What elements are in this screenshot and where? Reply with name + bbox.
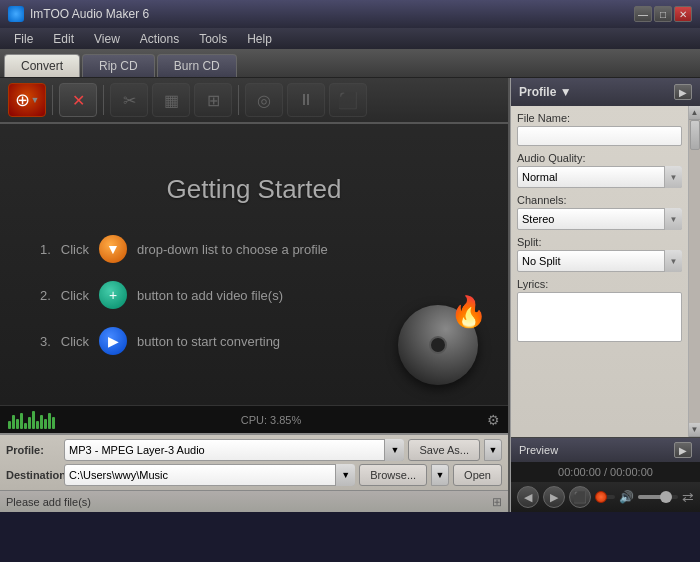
menu-view[interactable]: View bbox=[84, 30, 130, 48]
split-label: Split: bbox=[517, 236, 682, 248]
tab-burn-cd[interactable]: Burn CD bbox=[157, 54, 237, 77]
video-button[interactable]: ▦ bbox=[152, 83, 190, 117]
step-2-click: Click bbox=[61, 288, 89, 303]
step-2-action: button to add video file(s) bbox=[137, 288, 283, 303]
play-button[interactable]: ▶ bbox=[543, 486, 565, 508]
pause-button[interactable]: ⏸ bbox=[287, 83, 325, 117]
file-name-field: File Name: bbox=[517, 112, 682, 146]
scroll-track[interactable] bbox=[689, 120, 700, 423]
file-name-input[interactable] bbox=[517, 126, 682, 146]
rewind-icon: ◀ bbox=[524, 491, 532, 504]
profile-expand-button[interactable]: ▶ bbox=[674, 84, 692, 100]
preview-header: Preview ▶ bbox=[511, 438, 700, 462]
profile-scrollbar: ▲ ▼ bbox=[688, 106, 700, 437]
title-bar: ImTOO Audio Maker 6 — □ ✕ bbox=[0, 0, 700, 28]
menu-tools[interactable]: Tools bbox=[189, 30, 237, 48]
menu-bar: File Edit View Actions Tools Help bbox=[0, 28, 700, 50]
preview-expand-button[interactable]: ▶ bbox=[674, 442, 692, 458]
scroll-up-button[interactable]: ▲ bbox=[689, 106, 701, 120]
preview-progress-bar[interactable] bbox=[595, 495, 615, 499]
channels-field: Channels: StereoMonoJoint Stereo ▼ bbox=[517, 194, 682, 230]
preview-title: Preview bbox=[519, 444, 558, 456]
add-icon: ⊕ bbox=[15, 89, 30, 111]
steps-list: 1. Click ▼ drop-down list to choose a pr… bbox=[0, 235, 328, 355]
maximize-button[interactable]: □ bbox=[654, 6, 672, 22]
app-title: ImTOO Audio Maker 6 bbox=[30, 7, 149, 21]
menu-help[interactable]: Help bbox=[237, 30, 282, 48]
step-1-action: drop-down list to choose a profile bbox=[137, 242, 328, 257]
settings-icon[interactable]: ⚙ bbox=[487, 412, 500, 428]
delete-button[interactable]: ✕ bbox=[59, 83, 97, 117]
convert-button[interactable]: ◎ bbox=[245, 83, 283, 117]
menu-actions[interactable]: Actions bbox=[130, 30, 189, 48]
step-2-num: 2. bbox=[40, 288, 51, 303]
rewind-button[interactable]: ◀ bbox=[517, 486, 539, 508]
preview-controls: ◀ ▶ ⬛ 🔊 ⇄ bbox=[511, 482, 700, 512]
profile-panel: Profile ▼ ▶ File Name: Audio Quality: No… bbox=[510, 78, 700, 512]
split-select[interactable]: No SplitBy SizeBy Time bbox=[517, 250, 682, 272]
profile-row: Profile: MP3 - MPEG Layer-3 Audio ▼ Save… bbox=[6, 439, 502, 461]
profile-label: Profile: bbox=[6, 444, 60, 456]
add-files-button[interactable]: ⊕ ▼ bbox=[8, 83, 46, 117]
wave-bar: CPU: 3.85% ⚙ bbox=[0, 405, 508, 433]
separator-3 bbox=[238, 85, 239, 115]
grid-button[interactable]: ⊞ bbox=[194, 83, 232, 117]
volume-icon: 🔊 bbox=[619, 490, 634, 504]
stop-preview-icon: ⬛ bbox=[573, 491, 587, 504]
pause-icon: ⏸ bbox=[298, 91, 314, 109]
scroll-thumb[interactable] bbox=[690, 120, 700, 150]
separator-1 bbox=[52, 85, 53, 115]
browse-arrow[interactable]: ▼ bbox=[431, 464, 449, 486]
preview-time: 00:00:00 / 00:00:00 bbox=[511, 462, 700, 482]
scroll-down-button[interactable]: ▼ bbox=[689, 423, 701, 437]
wave-visualization bbox=[8, 411, 55, 429]
convert-panel: ⊕ ▼ ✕ ✂ ▦ ⊞ ◎ ⏸ ⬛ bbox=[0, 78, 510, 512]
tab-convert[interactable]: Convert bbox=[4, 54, 80, 77]
lyrics-label: Lyrics: bbox=[517, 278, 682, 290]
stop-preview-button[interactable]: ⬛ bbox=[569, 486, 591, 508]
step-3: 3. Click ▶ button to start converting bbox=[40, 327, 328, 355]
close-button[interactable]: ✕ bbox=[674, 6, 692, 22]
audio-quality-field: Audio Quality: NormalHighLowCustom ▼ bbox=[517, 152, 682, 188]
profile-header: Profile ▼ ▶ bbox=[511, 78, 700, 106]
menu-edit[interactable]: Edit bbox=[43, 30, 84, 48]
volume-thumb[interactable] bbox=[660, 491, 672, 503]
delete-icon: ✕ bbox=[72, 91, 85, 110]
tab-rip-cd[interactable]: Rip CD bbox=[82, 54, 155, 77]
save-as-arrow[interactable]: ▼ bbox=[484, 439, 502, 461]
step-3-action: button to start converting bbox=[137, 334, 280, 349]
volume-slider[interactable] bbox=[638, 495, 678, 499]
grid-icon: ⊞ bbox=[207, 91, 220, 110]
status-text: Please add file(s) bbox=[6, 496, 91, 508]
convert-icon: ◎ bbox=[257, 91, 271, 110]
save-as-button[interactable]: Save As... bbox=[408, 439, 480, 461]
audio-quality-select[interactable]: NormalHighLowCustom bbox=[517, 166, 682, 188]
preview-panel: Preview ▶ 00:00:00 / 00:00:00 ◀ ▶ ⬛ bbox=[511, 437, 700, 512]
destination-label: Destination: bbox=[6, 469, 60, 481]
step-3-num: 3. bbox=[40, 334, 51, 349]
channels-select[interactable]: StereoMonoJoint Stereo bbox=[517, 208, 682, 230]
lyrics-textarea[interactable] bbox=[517, 292, 682, 342]
lyrics-field: Lyrics: bbox=[517, 278, 682, 345]
profile-select[interactable]: MP3 - MPEG Layer-3 Audio bbox=[64, 439, 404, 461]
menu-file[interactable]: File bbox=[4, 30, 43, 48]
dropdown-icon: ▼ bbox=[31, 95, 40, 105]
cut-icon: ✂ bbox=[123, 91, 136, 110]
destination-select[interactable]: C:\Users\wwy\Music bbox=[64, 464, 355, 486]
toolbar: ⊕ ▼ ✕ ✂ ▦ ⊞ ◎ ⏸ ⬛ bbox=[0, 78, 508, 124]
cut-button[interactable]: ✂ bbox=[110, 83, 148, 117]
open-button[interactable]: Open bbox=[453, 464, 502, 486]
getting-started-area: Getting Started 1. Click ▼ drop-down lis… bbox=[0, 124, 508, 405]
browse-button[interactable]: Browse... bbox=[359, 464, 427, 486]
separator-2 bbox=[103, 85, 104, 115]
preview-more-icon[interactable]: ⇄ bbox=[682, 489, 694, 505]
step-1-icon: ▼ bbox=[99, 235, 127, 263]
profile-fields: File Name: Audio Quality: NormalHighLowC… bbox=[511, 106, 688, 437]
minimize-button[interactable]: — bbox=[634, 6, 652, 22]
status-settings-icon[interactable]: ⊞ bbox=[492, 495, 502, 509]
cpu-label: CPU: 3.85% bbox=[241, 414, 302, 426]
progress-thumb[interactable] bbox=[595, 491, 607, 503]
profile-panel-title: Profile ▼ bbox=[519, 85, 572, 99]
split-field: Split: No SplitBy SizeBy Time ▼ bbox=[517, 236, 682, 272]
stop-button[interactable]: ⬛ bbox=[329, 83, 367, 117]
